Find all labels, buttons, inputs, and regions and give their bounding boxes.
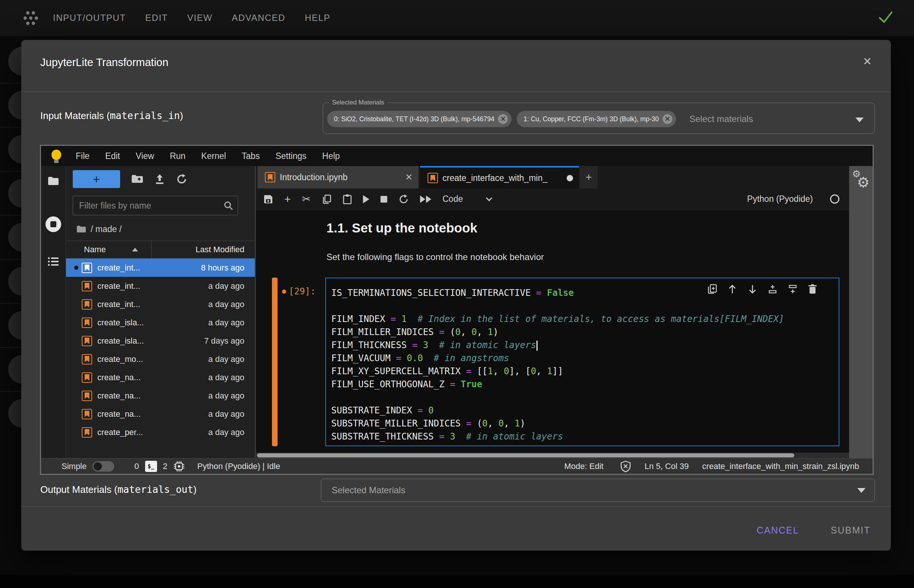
notebook-file-icon (428, 173, 438, 183)
app-menu-item[interactable]: VIEW (187, 13, 212, 23)
table-of-contents-tab-icon[interactable] (48, 257, 59, 268)
cell-type-select[interactable]: Code (442, 194, 463, 204)
materials-dropdown-arrow-icon[interactable] (856, 118, 864, 123)
jupyter-menu-item[interactable]: File (68, 151, 97, 161)
terminals-count: 0 (134, 462, 139, 471)
file-row[interactable]: create_na... a day ago (66, 405, 255, 423)
jupyter-menu-item[interactable]: Settings (268, 151, 314, 161)
paste-cells-icon[interactable] (343, 194, 352, 204)
filter-files-box (73, 196, 238, 215)
notebook-content: 1.1. Set up the notebook Set the followi… (256, 210, 849, 452)
file-row[interactable]: create_int... a day ago (66, 295, 255, 313)
kernel-status-text[interactable]: Python (Pyodide) | Idle (197, 462, 280, 471)
tab-close-icon[interactable]: ✕ (405, 172, 413, 183)
file-row[interactable]: create_na... a day ago (66, 386, 255, 405)
jupyter-menu-item[interactable]: Run (162, 151, 193, 161)
cell-execution-prompt: [29]: (282, 286, 316, 297)
jupyterlite-transformation-dialog: JupyterLite Transformation × Input Mater… (21, 40, 891, 551)
app-menu-item[interactable]: HELP (305, 13, 331, 23)
restart-kernel-icon[interactable] (399, 194, 409, 204)
screen: INPUT/OUTPUT EDIT VIEW ADVANCED HELP Jup… (0, 0, 914, 588)
file-browser-panel: + (66, 166, 255, 458)
file-row[interactable]: create_isla... a day ago (66, 313, 255, 332)
move-cell-up-icon[interactable] (727, 284, 738, 294)
sort-ascending-icon[interactable] (132, 248, 138, 252)
app-menu-item[interactable]: INPUT/OUTPUT (53, 13, 126, 23)
submit-button[interactable]: SUBMIT (821, 520, 880, 540)
tab-create-interface[interactable]: create_interface_with_min_ (420, 166, 579, 188)
close-icon[interactable]: × (863, 54, 872, 68)
insert-cell-icon[interactable]: + (284, 193, 291, 205)
jupyter-menu-item[interactable]: Help (315, 151, 348, 161)
select-materials-placeholder[interactable]: Select materials (690, 114, 753, 124)
cell-type-chevron-icon[interactable] (486, 195, 492, 201)
unsaved-changes-dot[interactable] (567, 175, 573, 181)
restart-run-all-icon[interactable] (420, 195, 431, 203)
cursor-position[interactable]: Ln 5, Col 39 (645, 462, 689, 471)
chip-delete-icon[interactable]: ✕ (498, 114, 508, 124)
app-logo-icon[interactable] (21, 8, 40, 27)
move-cell-down-icon[interactable] (747, 284, 758, 294)
refresh-icon[interactable] (176, 173, 187, 185)
notebook-toolbar: + ✂ Code (256, 188, 849, 210)
shield-x-icon[interactable] (620, 460, 631, 472)
open-file-dot (74, 266, 78, 270)
terminal-icon[interactable]: $_ (145, 461, 157, 472)
filter-files-input[interactable] (79, 201, 223, 211)
file-row[interactable]: create_int... 8 hours ago (66, 258, 255, 277)
material-chip[interactable]: 0: SiO2, Cristobalite, TET (I-42d) 3D (B… (327, 111, 512, 127)
new-launcher-button[interactable]: + (73, 170, 120, 188)
jupyter-status-bar: Simple 0 $_ 2 Python (Pyodide) | Idle Mo… (41, 458, 873, 474)
chip-delete-icon[interactable]: ✕ (662, 114, 672, 124)
copy-cells-icon[interactable] (322, 194, 332, 204)
cell-collapser[interactable] (272, 278, 278, 446)
header-divider (21, 91, 891, 92)
delete-cell-icon[interactable] (808, 284, 817, 294)
jupyter-menu-item[interactable]: Kernel (193, 151, 234, 161)
jupyter-menu-item[interactable]: Edit (97, 151, 128, 161)
kernel-chip-icon[interactable] (173, 461, 185, 472)
cut-cells-icon[interactable]: ✂ (302, 193, 311, 205)
file-row[interactable]: create_per... a day ago (66, 423, 255, 441)
simple-mode-toggle[interactable] (92, 461, 114, 472)
jupyter-menu-item[interactable]: View (128, 151, 162, 161)
run-cell-icon[interactable] (363, 195, 369, 204)
kernel-status-icon[interactable] (830, 194, 840, 204)
upload-icon[interactable] (155, 173, 165, 185)
code-editor[interactable]: IS_TERMINATIONS_SELECTION_INTERACTIVE = … (325, 278, 840, 446)
file-row[interactable]: create_isla... 7 days ago (66, 332, 255, 350)
duplicate-cell-icon[interactable] (707, 284, 717, 294)
material-chip[interactable]: 1: Cu, Copper, FCC (Fm-3m) 3D (Bulk), mp… (517, 111, 676, 127)
new-folder-icon[interactable] (131, 174, 143, 184)
app-menu: INPUT/OUTPUT EDIT VIEW ADVANCED HELP (53, 13, 331, 23)
editor-mode-indicator[interactable]: Mode: Edit (564, 462, 604, 471)
notebook-file-icon (82, 354, 92, 365)
tab-introduction[interactable]: Introduction.ipynb ✕ (257, 166, 418, 188)
app-menu-item[interactable]: ADVANCED (232, 13, 286, 23)
jupyter-right-strip: ⚙⚙ (849, 166, 873, 458)
kernel-name-button[interactable]: Python (Pyodide) (747, 194, 813, 204)
column-name[interactable]: Name (84, 245, 106, 254)
new-tab-button[interactable]: + (580, 166, 597, 188)
output-dropdown-arrow-icon (857, 488, 866, 493)
breadcrumb[interactable]: / made / (76, 223, 255, 236)
horizontal-scrollbar-thumb[interactable] (257, 453, 794, 457)
file-row[interactable]: create_mo... a day ago (66, 350, 255, 368)
markdown-heading: 1.1. Set up the notebook (326, 221, 477, 236)
column-last-modified[interactable]: Last Modified (195, 245, 244, 254)
insert-cell-below-icon[interactable] (788, 284, 798, 294)
output-materials-select[interactable]: Selected Materials (321, 479, 875, 502)
file-row[interactable]: create_int... a day ago (66, 277, 255, 295)
notebook-file-icon (82, 409, 92, 419)
jupyter-menu-item[interactable]: Tabs (234, 151, 268, 161)
file-browser-tab-icon[interactable] (48, 176, 59, 187)
insert-cell-above-icon[interactable] (767, 284, 778, 294)
save-icon[interactable] (263, 194, 273, 204)
cancel-button[interactable]: CANCEL (748, 520, 808, 540)
settings-gears-icon[interactable]: ⚙⚙ (852, 169, 870, 190)
running-kernels-tab-icon[interactable] (45, 216, 61, 232)
file-row[interactable]: create_na... a day ago (66, 368, 255, 386)
stop-kernel-icon[interactable] (381, 196, 387, 203)
notebook-file-icon (82, 336, 92, 346)
app-menu-item[interactable]: EDIT (145, 13, 168, 23)
